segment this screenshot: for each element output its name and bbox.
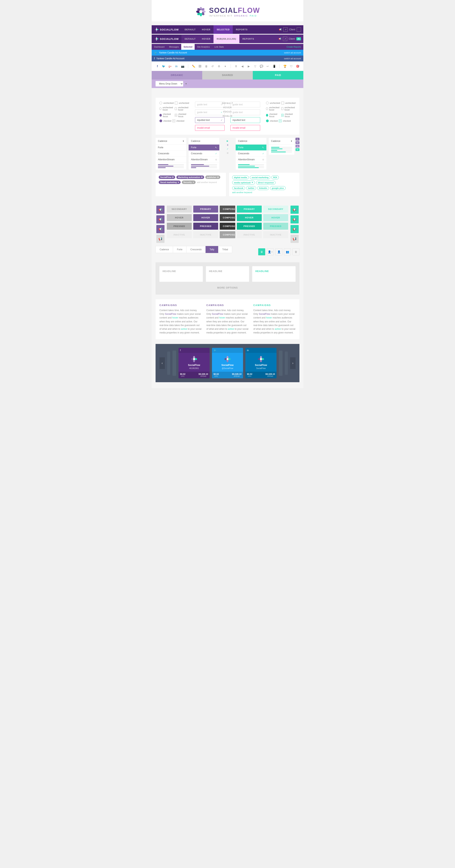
tab-tally[interactable]: Tally — [205, 246, 218, 253]
campaign-link-socialflow-3[interactable]: SocialFlow — [259, 313, 270, 315]
checkbox-checked-1[interactable]: ✕ — [172, 120, 175, 122]
primary-btn[interactable]: PRIMARY — [193, 206, 218, 213]
dropdown-item-attention-3[interactable]: AttentionStream ⊙ — [236, 157, 266, 163]
google-toolbar-icon[interactable]: g+ — [168, 64, 172, 69]
sub-nav-selected[interactable]: Selected — [181, 44, 195, 50]
left-icon[interactable]: ◀ — [240, 64, 244, 69]
tag-media-opt[interactable]: media optimizati✕ — [232, 181, 255, 185]
tag-socialflow[interactable]: SocialFlow — [159, 176, 175, 179]
next-card-arrow[interactable]: › — [290, 358, 295, 369]
input-guide-text-2[interactable]: guide text — [230, 102, 260, 107]
nav-external-icon-2[interactable]: ↗ — [283, 37, 287, 41]
device-user-icon[interactable]: 👤 — [275, 248, 282, 255]
nav-link-hover-2[interactable]: HOVER — [199, 35, 214, 43]
input-guide-text-hover-2[interactable]: guide text — [230, 110, 260, 115]
trophy-icon[interactable]: 🏆 — [283, 64, 287, 69]
tab-organic[interactable]: ORGANIC — [152, 71, 202, 80]
settings-icon[interactable]: ⚙ — [217, 64, 221, 69]
secondary-hover-btn[interactable]: HOVER — [167, 214, 192, 221]
input-guide-text-hover-1[interactable]: guide text ✓ — [195, 110, 225, 115]
secondary-teal-hover-btn[interactable]: HOVER — [263, 214, 288, 221]
tag-x-1[interactable]: ✕ — [177, 181, 179, 183]
checkbox-unchecked-1[interactable] — [175, 102, 177, 104]
upload-icon[interactable]: ⬆ — [234, 64, 238, 69]
right-icon[interactable]: ▶ — [247, 64, 251, 69]
dropdown-item-attention-1[interactable]: AttentionStream — [155, 157, 186, 163]
btn-icon-megaphone-2[interactable]: 📢 — [157, 215, 165, 223]
dropdown-header-4[interactable]: Cadence ▾ — [269, 138, 294, 145]
campaign-link-socialflow-1[interactable]: SocialFlow — [165, 313, 176, 315]
compose-btn[interactable]: COMPOSE — [220, 206, 235, 213]
more-options-btn[interactable]: MORE OPTIONS — [160, 285, 295, 291]
secondary-teal-btn[interactable]: SECONDARY — [263, 206, 288, 213]
btn-icon-megaphone-right-3[interactable]: 📢 — [290, 225, 298, 233]
tag-marketing-automation[interactable]: Marketing automation — [176, 176, 204, 179]
pencil-icon[interactable]: ✏️ — [192, 64, 195, 69]
campaign-link-active-2[interactable]: active — [228, 328, 234, 330]
dropdown-header-1[interactable]: Cadence ▾ — [155, 138, 186, 145]
primary-pressed-btn[interactable]: PRESSED — [193, 223, 218, 230]
dropdown-header-2[interactable]: Cadence — [189, 138, 219, 145]
radio-hover-2[interactable] — [266, 107, 268, 110]
nav-link-reports-2[interactable]: REPORTS — [239, 35, 257, 43]
checkbox-checked-focus-1[interactable]: ✕ — [175, 114, 177, 117]
target-icon[interactable]: 🎯 — [296, 64, 300, 69]
campaign-link-hover-2[interactable]: hover — [219, 316, 225, 319]
secondary-pressed-btn[interactable]: PRESSED — [167, 223, 192, 230]
checkbox-unchecked-2[interactable] — [281, 102, 284, 104]
tag-linkedin[interactable]: linkedin — [257, 186, 269, 190]
facebook-switch-link[interactable]: switch ad account — [284, 57, 301, 60]
radio-unchecked-1[interactable] — [160, 102, 162, 104]
btn-icon-megaphone-1[interactable]: 📢 — [157, 206, 165, 214]
dropdown-item-crescendo-3[interactable]: Crescendo ✓ — [236, 151, 266, 157]
tag-security[interactable]: Security ✕ — [182, 181, 196, 184]
campaign-link-socialflow-2[interactable]: SocialFlow — [212, 313, 223, 315]
btn-icon-megaphone-right-2[interactable]: 📢 — [290, 215, 298, 223]
filter-icon[interactable]: ▽ — [253, 64, 257, 69]
campaign-link-active-3[interactable]: active — [275, 328, 281, 330]
nav-link-reports[interactable]: REPORTS — [233, 25, 251, 34]
device-users-icon[interactable]: 👥 — [284, 248, 291, 255]
btn-icon-megaphone-right-1[interactable]: 📢 — [290, 206, 298, 214]
linkedin-toolbar-icon[interactable]: in — [175, 64, 178, 69]
sub-nav-linkstats[interactable]: Link Stats — [212, 44, 226, 50]
primary-teal-hover-btn[interactable]: HOVER — [237, 214, 262, 221]
tag-publisher[interactable]: publisher — [205, 176, 221, 179]
tag-close-icon[interactable]: ✕ — [251, 181, 253, 184]
tag-placeholder-2[interactable]: add another keyword — [232, 191, 252, 193]
sub-nav-analytics[interactable]: Site Analytics — [195, 44, 212, 50]
nav-link-selected[interactable]: SELECTED — [214, 25, 233, 34]
dropdown-item-crescendo-2[interactable]: Crescendo ✓ — [189, 151, 219, 157]
twitter-switch-link[interactable]: switch ad account — [284, 52, 301, 54]
tag-socal-marketing[interactable]: Socal marketing ✕ — [159, 181, 181, 184]
sub-nav-create-reports[interactable]: Create Reports — [284, 46, 303, 48]
primary-teal-btn[interactable]: PRIMARY — [237, 206, 262, 213]
tab-crescendo[interactable]: Crescendo — [186, 246, 205, 253]
device-user-plus-icon[interactable]: 👤+ — [267, 248, 274, 255]
dropdown-item-forte-teal[interactable]: Forte ↖ — [236, 145, 266, 151]
input-guide-text-1[interactable]: guide text ↺ — [195, 102, 225, 107]
checkbox-hover-2[interactable] — [281, 107, 283, 110]
tag-x-2[interactable]: ✕ — [193, 181, 194, 183]
mobile-icon[interactable]: 📱 — [273, 64, 276, 69]
tab-tribal[interactable]: Tribal — [218, 246, 232, 253]
chevron-down-icon[interactable]: ▾ — [223, 64, 227, 69]
dropdown-item-attention-2[interactable]: AttentionStream ⊙ — [189, 157, 219, 163]
input-inputted-text-2[interactable]: inputted text — [230, 117, 260, 123]
primary-teal-pressed-btn[interactable]: PRESSED — [237, 223, 262, 230]
tab-cadence[interactable]: Cadence — [155, 246, 173, 253]
compose-pressed-btn[interactable]: COMPOSE — [220, 223, 235, 230]
secondary-teal-pressed-btn[interactable]: PRESSED — [263, 223, 288, 230]
radio-checked-focus-2[interactable] — [266, 114, 268, 117]
compose-hover-btn[interactable]: COMPOSE — [220, 214, 235, 221]
refresh-icon[interactable]: ↺ — [211, 64, 215, 69]
shield-icon[interactable]: 🛡 — [289, 64, 293, 69]
tag-social-marketing[interactable]: social marketing — [250, 176, 270, 179]
input-invalid-1[interactable]: invalid email — [195, 125, 225, 131]
radio-checked-focus-1[interactable] — [160, 114, 162, 117]
secondary-btn[interactable]: SECONDARY — [167, 206, 192, 213]
tab-shared[interactable]: SHARED — [202, 71, 253, 80]
play-icon[interactable]: ▶ — [227, 140, 228, 142]
checkbox-hover-1[interactable] — [175, 107, 177, 110]
primary-hover-btn[interactable]: HOVER — [193, 214, 218, 221]
